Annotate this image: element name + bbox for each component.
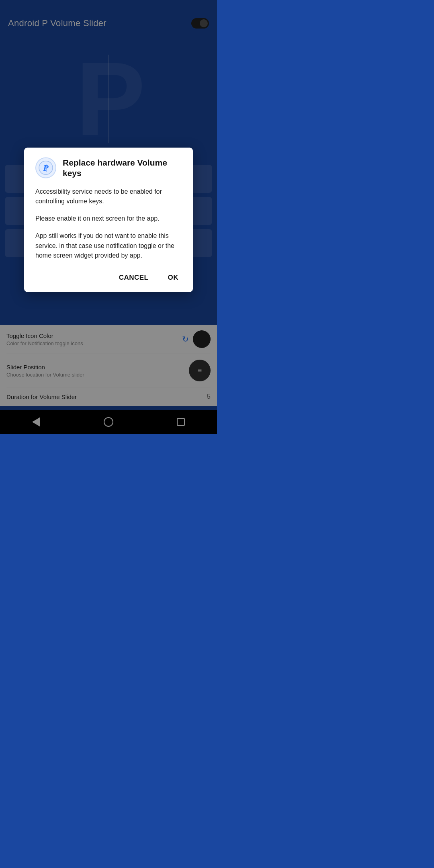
dialog-paragraph-3: App still works if you do not want to en… [35,231,182,260]
dialog-footer: CANCEL OK [24,266,193,292]
dialog-paragraph-1: Accessibility service needs to be enable… [35,186,182,207]
dialog-header: P Replace hardware Volume keys [35,158,182,179]
permission-dialog: P Replace hardware Volume keys Accessibi… [24,148,193,292]
app-logo-svg: P [39,161,53,175]
dialog-app-icon: P [35,158,56,178]
cancel-button[interactable]: CANCEL [111,270,157,286]
dialog-paragraph-2: Please enable it on next screen for the … [35,214,182,224]
ok-button[interactable]: OK [160,270,187,286]
dialog-body: P Replace hardware Volume keys Accessibi… [24,148,193,266]
dialog-title: Replace hardware Volume keys [63,158,182,179]
svg-text:P: P [43,163,49,173]
